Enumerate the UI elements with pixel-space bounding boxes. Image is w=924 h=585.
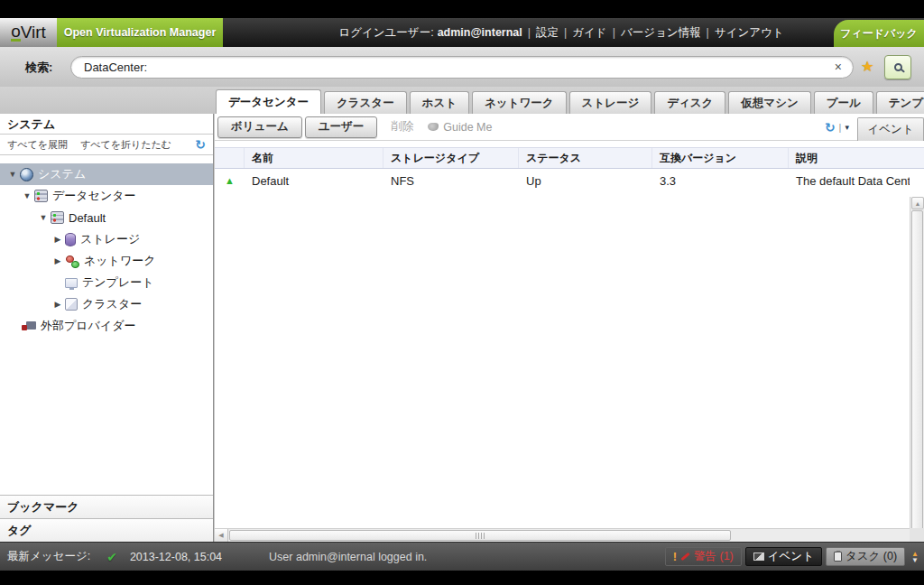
success-check-icon: ✔ [106, 550, 117, 564]
external-provider-icon [22, 321, 36, 331]
tab-virtual-machine[interactable]: 仮想マシン [728, 91, 810, 114]
collapse-arrow-icon[interactable]: ▼ [20, 191, 34, 200]
toolbar-right: ↻ | ▾ イベント [825, 114, 924, 141]
tree-item-data-centers[interactable]: ▼ データセンター [0, 185, 213, 207]
menu-separator: | [613, 26, 615, 39]
tasks-icon [834, 552, 842, 562]
footer-collapse-control[interactable]: ▲ ▼ [911, 551, 919, 563]
tab-data-center[interactable]: データセンター [216, 89, 321, 114]
expand-arrow-icon[interactable]: ▶ [51, 235, 65, 244]
column-header-description[interactable]: 説明 [789, 148, 924, 168]
tree-item-templates[interactable]: テンプレート [0, 272, 213, 293]
tags-accordion[interactable]: タグ [0, 518, 213, 542]
horizontal-scrollbar-thumb[interactable] [229, 530, 731, 541]
vertical-scrollbar-thumb[interactable] [911, 210, 923, 543]
events-subtab[interactable]: イベント [857, 117, 924, 141]
tree-item-external-providers[interactable]: 外部プロバイダー [0, 315, 213, 337]
vertical-scrollbar[interactable]: ▲ ▼ [910, 197, 924, 556]
system-tree-panel: システム すべてを展開 すべてを折りたたむ ↻ ▼ システム ▼ データセンター… [0, 114, 214, 542]
refresh-caret-icon[interactable]: ▾ [845, 123, 849, 132]
data-center-grid: 名前 ストレージタイプ ステータス 互換バージョン 説明 ▲ Default N… [215, 142, 924, 542]
tree-item-storage[interactable]: ▶ ストレージ [0, 228, 213, 250]
tab-cluster[interactable]: クラスター [324, 91, 407, 114]
menu-item-about[interactable]: バージョン情報 [621, 25, 701, 41]
search-bar: 検索: DataCenter: × ★ [0, 47, 924, 87]
search-input-value: DataCenter: [84, 60, 147, 74]
menu-item-sign-out[interactable]: サインアウト [715, 25, 784, 41]
logo-o: o [11, 23, 21, 42]
refresh-separator: | [839, 122, 842, 133]
remove-button-disabled: 削除 [391, 119, 413, 135]
menu-item-guide[interactable]: ガイド [572, 25, 606, 41]
status-up-icon: ▲ [225, 176, 235, 186]
tab-pool[interactable]: プール [814, 91, 873, 114]
grid-refresh-icon[interactable]: ↻ [825, 120, 836, 135]
tab-disk[interactable]: ディスク [654, 91, 725, 114]
status-column-header[interactable] [215, 148, 245, 168]
tree-item-label: データセンター [52, 188, 136, 204]
volume-button[interactable]: ボリューム [217, 116, 302, 138]
alerts-button[interactable]: ! 警告 (1) [665, 547, 742, 566]
tasks-button[interactable]: タスク (0) [826, 547, 905, 566]
tree-item-label: クラスター [82, 296, 142, 312]
product-title: Open Virtualization Manager [57, 18, 223, 47]
alerts-label: 警告 (1) [694, 549, 734, 564]
menu-separator: | [707, 26, 709, 39]
collapse-all-link[interactable]: すべてを折りたたむ [80, 138, 171, 152]
column-header-storage-type[interactable]: ストレージタイプ [383, 148, 519, 168]
menu-item-configure[interactable]: 設定 [536, 25, 559, 41]
tree-item-default[interactable]: ▼ Default [0, 207, 213, 228]
refresh-group: ↻ | ▾ [825, 120, 849, 141]
main-content: ボリューム ユーザー 削除 Guide Me ↻ | ▾ イベント 名前 ストレ… [215, 114, 924, 542]
main-tab-strip: データセンター クラスター ホスト ネットワーク ストレージ ディスク 仮想マシ… [0, 87, 924, 114]
events-button[interactable]: イベント [745, 547, 822, 566]
expand-arrow-icon[interactable]: ▶ [51, 256, 65, 265]
tree-item-clusters[interactable]: ▶ クラスター [0, 293, 213, 315]
ovirt-logo: oVirt [0, 18, 57, 47]
scroll-up-icon[interactable]: ▲ [911, 197, 924, 209]
tab-template[interactable]: テンプレート [876, 91, 924, 114]
scroll-left-icon[interactable]: ◀ [215, 529, 228, 542]
tree-item-label: 外部プロバイダー [41, 318, 136, 334]
expand-all-link[interactable]: すべてを展開 [7, 138, 68, 152]
column-header-name[interactable]: 名前 [245, 148, 383, 168]
search-button[interactable] [884, 55, 911, 79]
bookmark-star-icon[interactable]: ★ [861, 58, 873, 75]
bookmarks-accordion[interactable]: ブックマーク [0, 495, 213, 518]
login-user-value: admin@internal [438, 26, 522, 39]
login-user-label: ログインユーザー: [338, 25, 433, 41]
clear-search-icon[interactable]: × [835, 60, 842, 74]
search-input[interactable]: DataCenter: × [70, 56, 854, 79]
globe-icon [20, 168, 33, 181]
feedback-button[interactable]: フィードバック [834, 20, 924, 47]
tree-item-system[interactable]: ▼ システム [0, 163, 213, 185]
user-button[interactable]: ユーザー [305, 116, 378, 138]
alert-exclamation-icon: ! [673, 550, 677, 563]
tree-item-label: ストレージ [80, 231, 140, 247]
status-bar: 最新メッセージ: ✔ 2013-12-08, 15:04 User admin@… [0, 542, 924, 571]
tab-storage[interactable]: ストレージ [569, 91, 652, 114]
collapse-arrow-icon[interactable]: ▼ [36, 213, 51, 222]
system-tree: ▼ システム ▼ データセンター ▼ Default ▶ ストレージ ▶ [0, 155, 213, 337]
tree-item-networks[interactable]: ▶ ネットワーク [0, 250, 213, 272]
column-header-status[interactable]: ステータス [519, 148, 652, 168]
main-tabs: データセンター クラスター ホスト ネットワーク ストレージ ディスク 仮想マシ… [216, 89, 924, 114]
tree-item-label: テンプレート [82, 274, 154, 291]
cell-storage-type: NFS [383, 170, 519, 191]
tab-host[interactable]: ホスト [410, 91, 469, 114]
expand-arrow-icon[interactable]: ▶ [51, 300, 65, 309]
collapse-down-icon: ▼ [911, 557, 919, 563]
wrench-icon [680, 552, 689, 561]
tree-refresh-icon[interactable]: ↻ [195, 137, 206, 152]
latest-message-label: 最新メッセージ: [7, 549, 90, 564]
footer-buttons: ! 警告 (1) イベント タスク (0) ▲ ▼ [665, 547, 919, 566]
column-header-compat-version[interactable]: 互換バージョン [652, 148, 789, 168]
tree-item-label: システム [38, 166, 86, 182]
collapse-arrow-icon[interactable]: ▼ [5, 170, 20, 179]
template-icon [65, 278, 78, 288]
top-header: oVirt Open Virtualization Manager ログインユー… [0, 18, 924, 47]
datacenter-icon [34, 190, 48, 202]
horizontal-scrollbar[interactable]: ◀ [215, 528, 910, 542]
tab-network[interactable]: ネットワーク [472, 91, 566, 114]
table-row[interactable]: ▲ Default NFS Up 3.3 The default Data Ce… [215, 170, 910, 191]
